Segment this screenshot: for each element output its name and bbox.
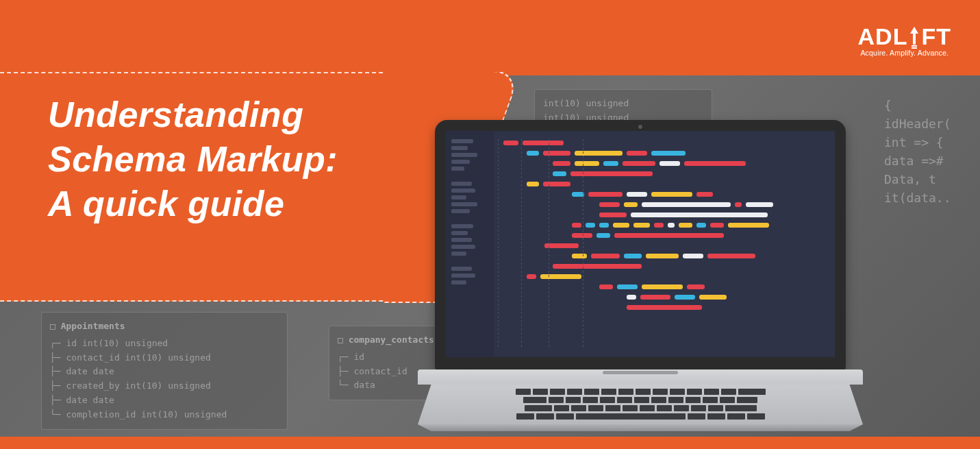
logo-text-left: ADL <box>858 23 908 50</box>
headline-line-1: Understanding <box>48 93 338 137</box>
bg-code-snippet: { idHeader( int => { data =># Data, t it… <box>884 96 966 207</box>
laptop-base <box>418 369 863 431</box>
headline-line-2: Schema Markup: <box>48 137 338 182</box>
bg-db-panel-left: □ Appointments ┌─ id int(10) unsigned ├─… <box>41 312 288 430</box>
svg-rect-0 <box>912 45 917 47</box>
brand-logo: ADL FT Acquire. Amplify. Advance. <box>858 23 951 57</box>
laptop-lid <box>435 120 846 371</box>
laptop-screen <box>446 131 835 357</box>
logo-arrow-icon <box>908 25 920 49</box>
code-editor <box>494 131 835 357</box>
svg-rect-1 <box>912 47 917 49</box>
footer-bar <box>0 437 980 449</box>
laptop-illustration <box>418 120 863 431</box>
headline-line-3: A quick guide <box>48 182 338 226</box>
logo-tagline: Acquire. Amplify. Advance. <box>858 49 951 57</box>
header-bar <box>0 0 980 75</box>
laptop-keyboard <box>418 385 863 424</box>
logo-text-right: FT <box>921 23 951 50</box>
headline: Understanding Schema Markup: A quick gui… <box>48 93 338 226</box>
laptop-camera <box>638 125 642 129</box>
code-gutter <box>446 131 494 357</box>
